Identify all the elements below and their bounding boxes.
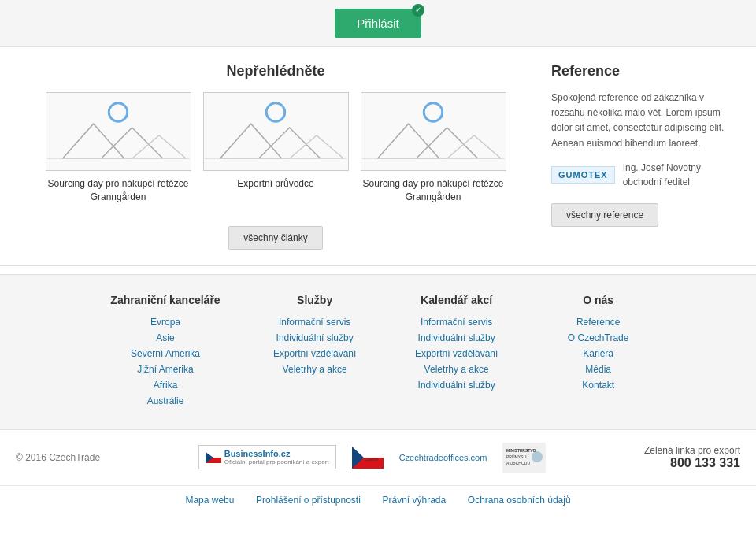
footer-link[interactable]: Austrálie	[147, 395, 184, 406]
reference-panel: Reference Spokojená reference od zákazní…	[551, 63, 740, 250]
czech-flag-icon	[206, 452, 221, 463]
list-item: Afrika	[110, 379, 220, 391]
list-item: Informační servis	[410, 316, 504, 328]
person-role: obchodní ředitel	[623, 176, 690, 187]
article-card: Sourcing day pro nákupčí řetězce Granngå…	[46, 92, 191, 204]
footer-nav-grid: Zahraniční kanceláře Evropa Asie Severní…	[24, 294, 732, 410]
copyright: © 2016 CzechTrade	[16, 452, 100, 463]
footer-col-list: Informační servis Individuální služby Ex…	[268, 316, 362, 375]
footer-link[interactable]: Informační servis	[421, 317, 492, 328]
svg-text:Trade: Trade	[365, 463, 377, 468]
list-item: Kontakt	[551, 379, 646, 391]
list-item: Individuální služby	[410, 379, 504, 391]
svg-text:MINISTERSTVO: MINISTERSTVO	[506, 448, 536, 453]
footer-link[interactable]: Individuální služby	[276, 332, 354, 343]
article-image	[361, 92, 506, 171]
businessinfo-sub: Oficiální portál pro podnikání a export	[224, 458, 329, 465]
hotline-text: Zelená linka pro export	[644, 445, 740, 456]
person-title: Ing. Josef Novotný	[623, 162, 701, 173]
sitemap-link[interactable]: Mapa webu	[185, 495, 234, 506]
login-button[interactable]: Přihlásit	[335, 9, 421, 38]
footer-link[interactable]: Evropa	[150, 317, 180, 328]
footer-link[interactable]: Média	[585, 364, 611, 375]
article-image	[203, 92, 349, 171]
legal-link[interactable]: Právní výhrada	[382, 495, 446, 506]
very-bottom: Mapa webu Prohlášení o přístupnosti Práv…	[0, 485, 756, 513]
divider	[0, 265, 756, 266]
article-cards: Sourcing day pro nákupčí řetězce Granngå…	[16, 92, 536, 204]
footer-col-calendar: Kalendář akcí Informační servis Individu…	[410, 294, 504, 410]
ministry-logo-wrapper: MINISTERSTVO PRŮMYSLU A OBCHODU	[502, 443, 546, 473]
footer-col-title: Zahraniční kanceláře	[110, 294, 220, 306]
list-item: Asie	[110, 332, 220, 343]
footer-col-title: Služby	[268, 294, 362, 306]
bottom-footer-inner: © 2016 CzechTrade BusinessInfo.cz	[16, 443, 740, 473]
articles-section-title: Nepřehlédněte	[16, 63, 536, 80]
svg-text:PRŮMYSLU: PRŮMYSLU	[506, 454, 528, 459]
czechtradeoffices-link[interactable]: Czechtradeoffices.com	[399, 453, 487, 462]
list-item: Austrálie	[110, 395, 220, 406]
list-item: Informační servis	[268, 316, 362, 328]
article-card-title: Sourcing day pro nákupčí řetězce Granngå…	[46, 177, 191, 204]
footer-col-list: Informační servis Individuální služby Ex…	[410, 316, 504, 391]
footer-link[interactable]: Veletrhy a akce	[424, 364, 489, 375]
article-card-title: Exportní průvodce	[203, 177, 349, 191]
list-item: Exportní vzdělávání	[410, 347, 504, 359]
bottom-footer: © 2016 CzechTrade BusinessInfo.cz	[0, 429, 756, 485]
footer-col-about: O nás Reference O CzechTrade Kariéra Méd…	[551, 294, 646, 410]
article-card: Sourcing day pro nákupčí řetězce Granngå…	[361, 92, 506, 204]
footer-link-reference[interactable]: Reference	[576, 317, 620, 328]
all-articles-button[interactable]: všechny články	[228, 226, 322, 250]
privacy-link[interactable]: Ochrana osobních údajů	[468, 495, 571, 506]
businessinfo-logo-wrapper: BusinessInfo.cz Oficiální portál pro pod…	[198, 445, 336, 469]
gumotex-logo: GUMOTEX	[551, 166, 615, 184]
svg-point-30	[532, 451, 543, 462]
footer-link[interactable]: Exportní vzdělávání	[415, 348, 498, 359]
hotline: Zelená linka pro export 800 133 331	[644, 445, 740, 470]
reference-company: GUMOTEX Ing. Josef Novotný obchodní ředi…	[551, 161, 740, 189]
article-card-title: Sourcing day pro nákupčí řetězce Granngå…	[361, 177, 506, 204]
all-articles-wrapper: všechny články	[16, 215, 536, 250]
ministry-logo-icon: MINISTERSTVO PRŮMYSLU A OBCHODU	[502, 443, 546, 473]
company-person: Ing. Josef Novotný obchodní ředitel	[623, 161, 701, 189]
main-content: Nepřehlédněte	[0, 47, 756, 250]
footer-link[interactable]: Asie	[156, 332, 174, 343]
list-item: Severní Amerika	[110, 347, 220, 359]
article-image	[46, 92, 191, 171]
footer-nav: Zahraniční kanceláře Evropa Asie Severní…	[0, 274, 756, 429]
footer-link[interactable]: Severní Amerika	[131, 348, 200, 359]
list-item: O CzechTrade	[551, 332, 646, 343]
list-item: Kariéra	[551, 347, 646, 359]
footer-link[interactable]: Informační servis	[279, 317, 350, 328]
footer-link[interactable]: O CzechTrade	[568, 332, 629, 343]
footer-link[interactable]: Individuální služby	[418, 380, 495, 391]
footer-col-title: O nás	[551, 294, 646, 306]
list-item: Jižní Amerika	[110, 363, 220, 375]
footer-link[interactable]: Kariéra	[583, 348, 613, 359]
footer-link[interactable]: Afrika	[154, 380, 178, 391]
all-references-button[interactable]: všechny reference	[551, 203, 658, 227]
hotline-number: 800 133 331	[644, 456, 740, 470]
businessinfo-label: BusinessInfo.cz	[224, 449, 329, 458]
footer-link[interactable]: Individuální služby	[418, 332, 495, 343]
article-card: Exportní průvodce	[203, 92, 349, 204]
list-item: Individuální služby	[410, 332, 504, 343]
footer-link[interactable]: Exportní vzdělávání	[273, 348, 356, 359]
footer-col-title: Kalendář akcí	[410, 294, 504, 306]
list-item: Veletrhy a akce	[268, 363, 362, 375]
footer-link[interactable]: Veletrhy a akce	[283, 364, 347, 375]
list-item: Reference	[551, 316, 646, 328]
partner-logos: BusinessInfo.cz Oficiální portál pro pod…	[198, 443, 547, 473]
header: Přihlásit	[0, 0, 756, 47]
list-item: Exportní vzdělávání	[268, 347, 362, 359]
footer-link[interactable]: Jižní Amerika	[137, 364, 193, 375]
accessibility-link[interactable]: Prohlášení o přístupnosti	[256, 495, 361, 506]
articles-section: Nepřehlédněte	[16, 63, 740, 250]
czechtrade-logo-icon: Czech Trade	[352, 447, 384, 469]
articles-left: Nepřehlédněte	[16, 63, 536, 250]
list-item: Individuální služby	[268, 332, 362, 343]
czechtradeoffices-wrapper: Czechtradeoffices.com	[399, 453, 487, 462]
footer-col-list: Reference O CzechTrade Kariéra Média Kon…	[551, 316, 646, 391]
svg-text:Czech: Czech	[365, 457, 378, 462]
footer-link[interactable]: Kontakt	[582, 380, 614, 391]
